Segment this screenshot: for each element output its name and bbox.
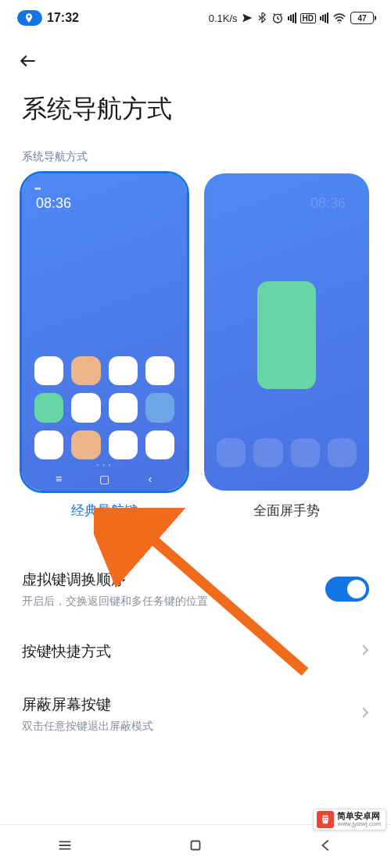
preview-home-icon: ▢: [99, 473, 109, 484]
row-key-shortcut[interactable]: 按键快捷方式: [22, 626, 369, 677]
net-speed: 0.1K/s: [209, 13, 238, 24]
option-classic-preview: ••• 08:36 • • • ≡ ▢ ‹: [22, 173, 187, 491]
preview-gesture-card: [257, 281, 317, 389]
row-swap-keys[interactable]: 虚拟键调换顺序 开启后，交换返回键和多任务键的位置: [22, 554, 369, 624]
nav-options: ••• 08:36 • • • ≡ ▢ ‹ 经典导航键 08:36 全面屏手势: [0, 170, 391, 526]
nav-menu-button[interactable]: [56, 837, 74, 857]
nav-home-button[interactable]: [187, 837, 204, 857]
status-time: 17:32: [47, 11, 79, 25]
row-swap-text: 虚拟键调换顺序 开启后，交换返回键和多任务键的位置: [22, 570, 325, 609]
signal-2-icon: [320, 13, 328, 23]
watermark-icon: [317, 811, 334, 828]
swap-toggle[interactable]: [325, 577, 369, 602]
section-label: 系统导航方式: [0, 142, 391, 170]
signal-1-icon: [288, 13, 296, 23]
status-bar: 17:32 0.1K/s HD 47: [0, 0, 391, 36]
watermark: 简单安卓网 www.jylzwj.com: [313, 809, 386, 830]
svg-point-4: [326, 819, 328, 820]
bluetooth-icon: [256, 13, 267, 23]
alarm-icon: [271, 12, 284, 24]
battery-icon: 47: [350, 12, 374, 24]
preview-time-a: 08:36: [36, 195, 71, 212]
option-classic-label: 经典导航键: [71, 502, 138, 520]
page-title: 系统导航方式: [0, 72, 391, 142]
preview-faded-grid: [204, 438, 369, 467]
preview-menu-icon: ≡: [53, 473, 64, 484]
wifi-icon: [332, 11, 346, 25]
header: [0, 36, 391, 72]
svg-rect-2: [191, 841, 199, 849]
watermark-url: www.jylzwj.com: [337, 821, 381, 827]
status-right: 0.1K/s HD 47: [209, 11, 374, 25]
chevron-right-icon: [361, 706, 369, 722]
row-shortcut-title: 按键快捷方式: [22, 641, 361, 662]
watermark-title: 简单安卓网: [337, 812, 381, 821]
preview-nav-bar: ≡ ▢ ‹: [22, 473, 187, 484]
preview-back-icon: ‹: [145, 473, 156, 484]
preview-pager: • • •: [22, 463, 187, 467]
back-button[interactable]: [17, 50, 39, 72]
row-block-sub: 双击任意按键退出屏蔽模式: [22, 720, 361, 734]
row-swap-title: 虚拟键调换顺序: [22, 570, 325, 590]
location-icon: [23, 13, 34, 23]
settings-list: 虚拟键调换顺序 开启后，交换返回键和多任务键的位置 按键快捷方式 屏蔽屏幕按键 …: [0, 526, 391, 749]
option-gesture-label: 全面屏手势: [253, 502, 320, 520]
row-shortcut-text: 按键快捷方式: [22, 641, 361, 662]
preview-status-dots: •••: [34, 184, 41, 193]
system-nav-bar: [0, 824, 391, 868]
preview-time-b: 08:36: [310, 195, 346, 212]
option-gesture-preview: 08:36: [204, 173, 369, 491]
row-block-title: 屏蔽屏幕按键: [22, 695, 361, 715]
battery-pct: 47: [357, 14, 366, 23]
row-swap-sub: 开启后，交换返回键和多任务键的位置: [22, 595, 325, 609]
option-gesture-nav[interactable]: 08:36 全面屏手势: [204, 173, 369, 520]
svg-point-3: [324, 819, 325, 820]
status-left: 17:32: [17, 10, 79, 26]
chevron-right-icon: [361, 644, 369, 659]
hd-badge: HD: [300, 13, 316, 23]
row-block-keys[interactable]: 屏蔽屏幕按键 双击任意按键退出屏蔽模式: [22, 679, 369, 749]
arrow-left-icon: [18, 51, 38, 71]
location-pill: [17, 10, 42, 26]
preview-app-grid: [22, 356, 187, 459]
row-block-text: 屏蔽屏幕按键 双击任意按键退出屏蔽模式: [22, 695, 361, 734]
nav-back-button[interactable]: [317, 837, 335, 857]
send-icon: [242, 13, 253, 23]
watermark-text: 简单安卓网 www.jylzwj.com: [337, 812, 381, 827]
option-classic-nav[interactable]: ••• 08:36 • • • ≡ ▢ ‹ 经典导航键: [22, 173, 187, 520]
